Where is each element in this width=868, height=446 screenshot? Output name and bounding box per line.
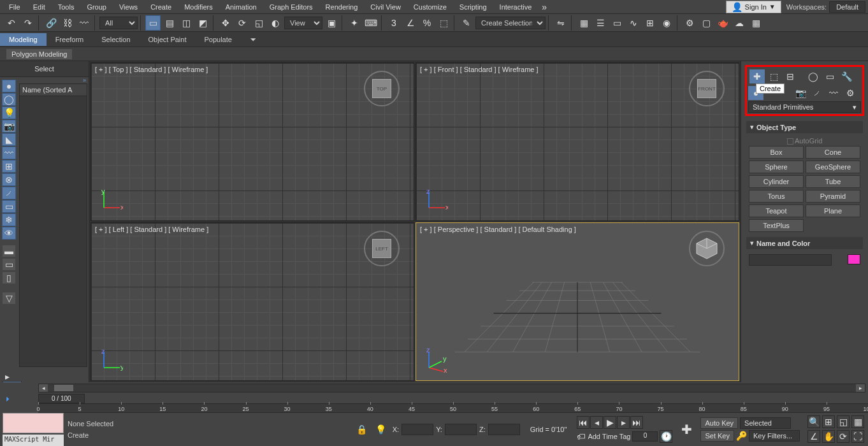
filter-frozen-icon[interactable]: ❄ xyxy=(2,213,16,226)
coord-y-input[interactable] xyxy=(445,424,477,435)
viewport-top[interactable]: [ + ] [ Top ] [ Standard ] [ Wireframe ]… xyxy=(90,62,414,221)
filter-geometry-icon[interactable]: ● xyxy=(2,80,16,92)
angle-snap-button[interactable]: ∠ xyxy=(403,15,418,31)
rollout-name-color-header[interactable]: ▾ Name and Color xyxy=(746,237,863,249)
cat-helpers[interactable]: 〰 xyxy=(826,86,841,100)
tab-hierarchy[interactable]: ⊟ xyxy=(783,69,798,83)
schematic-view-button[interactable]: ⊞ xyxy=(642,15,658,31)
ribbon-tab-object-paint[interactable]: Object Paint xyxy=(140,33,196,46)
menu-scripting[interactable]: Scripting xyxy=(453,1,493,13)
menu-interactive[interactable]: Interactive xyxy=(493,1,539,13)
selection-lock-button[interactable]: 🔒 xyxy=(354,422,370,437)
open-autodesk-button[interactable]: ▦ xyxy=(748,15,763,31)
viewport-front-label[interactable]: [ + ] [ Front ] [ Standard ] [ Wireframe… xyxy=(420,66,539,73)
isolate-selection-button[interactable]: 💡 xyxy=(373,422,389,437)
display-invert-icon[interactable]: ▯ xyxy=(2,271,16,284)
orbit-button[interactable]: ⟳ xyxy=(837,430,850,443)
primitive-pyramid-button[interactable]: Pyramid xyxy=(806,190,860,203)
keyfilters-button[interactable]: Key Filters... xyxy=(749,430,800,442)
scene-explorer-column-name[interactable]: Name (Sorted A xyxy=(20,84,87,96)
rollout-object-type-header[interactable]: ▾ Object Type xyxy=(746,121,863,133)
pivot-button[interactable]: ▣ xyxy=(324,15,339,31)
pan-button[interactable]: ✋ xyxy=(822,430,835,443)
display-none-icon[interactable]: ▭ xyxy=(2,258,16,271)
scroll-thumb[interactable] xyxy=(54,385,73,391)
time-ruler[interactable]: 0510152025303540455055606570758085909510… xyxy=(38,403,868,413)
next-frame-button[interactable]: ▸ xyxy=(617,416,630,429)
selection-filter-dropdown[interactable]: All xyxy=(99,17,138,29)
filter-xrefs-icon[interactable]: ⊗ xyxy=(2,173,16,186)
filter-lights-icon[interactable]: 💡 xyxy=(2,106,16,119)
primitive-cone-button[interactable]: Cone xyxy=(806,146,860,159)
render-online-button[interactable]: ☁ xyxy=(732,15,747,31)
menu-rendering[interactable]: Rendering xyxy=(319,1,365,13)
filter-spacewarps-icon[interactable]: 〰 xyxy=(2,147,16,159)
filter-containers-icon[interactable]: ▭ xyxy=(2,200,16,213)
filter-hidden-icon[interactable]: 👁 xyxy=(2,227,16,240)
percent-snap-button[interactable]: % xyxy=(419,15,435,31)
select-by-name-button[interactable]: ▤ xyxy=(162,15,177,31)
key-icon[interactable]: 🔑 xyxy=(736,431,747,440)
filter-groups-icon[interactable]: ⊞ xyxy=(2,160,16,173)
filter-helpers-icon[interactable]: ◣ xyxy=(2,133,16,146)
tab-display[interactable]: ▭ xyxy=(822,69,837,83)
menu-modifiers[interactable]: Modifiers xyxy=(178,1,219,13)
ribbon-collapse-icon[interactable]: ⏷ xyxy=(241,33,266,46)
menu-overflow-icon[interactable]: » xyxy=(542,3,547,11)
maxscript-mini-listener[interactable]: MAXScript Mir xyxy=(3,435,64,446)
menu-customize[interactable]: Customize xyxy=(407,1,453,13)
scroll-right-icon[interactable]: ▸ xyxy=(856,384,865,392)
menu-animation[interactable]: Animation xyxy=(219,1,263,13)
primitive-tube-button[interactable]: Tube xyxy=(806,175,860,188)
viewport-left-label[interactable]: [ + ] [ Left ] [ Standard ] [ Wireframe … xyxy=(95,226,208,233)
workspaces-dropdown[interactable]: Default xyxy=(829,1,865,13)
ref-coord-dropdown[interactable]: View xyxy=(284,17,322,29)
primitive-teapot-button[interactable]: Teapot xyxy=(749,205,804,217)
bind-spacewarp-button[interactable]: 〰 xyxy=(76,15,92,31)
curve-editor-button[interactable]: ∿ xyxy=(626,15,641,31)
viewport-left[interactable]: [ + ] [ Left ] [ Standard ] [ Wireframe … xyxy=(90,222,414,381)
spinner-snap-button[interactable]: ⬚ xyxy=(436,15,451,31)
keyboard-shortcut-button[interactable]: ⌨ xyxy=(363,15,379,31)
menu-civil-view[interactable]: Civil View xyxy=(364,1,407,13)
autogrid-checkbox[interactable]: AutoGrid xyxy=(749,136,860,146)
scene-explorer-list[interactable]: Name (Sorted A xyxy=(19,83,87,367)
move-button[interactable]: ✥ xyxy=(218,15,233,31)
fov-button[interactable]: ∠ xyxy=(807,430,820,443)
viewport-top-label[interactable]: [ + ] [ Top ] [ Standard ] [ Wireframe ] xyxy=(95,66,208,73)
named-selection-dropdown[interactable]: Create Selection Se xyxy=(475,17,546,29)
menu-tools[interactable]: Tools xyxy=(52,1,81,13)
render-button[interactable]: 🫖 xyxy=(715,15,730,31)
keymode-dropdown[interactable]: Selected xyxy=(740,417,791,429)
ribbon-tab-freeform[interactable]: Freeform xyxy=(47,33,93,46)
maxscript-listener[interactable] xyxy=(3,413,64,433)
add-time-tag-button[interactable]: Add Time Tag xyxy=(588,433,630,440)
coord-z-input[interactable] xyxy=(488,424,520,435)
viewcube-left[interactable]: LEFT xyxy=(363,229,401,268)
viewcube-front[interactable]: FRONT xyxy=(688,69,726,108)
ribbon-sub-polygon-modeling[interactable]: Polygon Modeling xyxy=(6,49,72,59)
snap-toggle-button[interactable]: 3 xyxy=(386,15,401,31)
primitive-textplus-button[interactable]: TextPlus xyxy=(749,219,804,232)
play-button[interactable]: ▶ xyxy=(604,416,616,429)
ribbon-tab-selection[interactable]: Selection xyxy=(92,33,139,46)
align-button[interactable]: ▦ xyxy=(576,15,591,31)
scale-button[interactable]: ◱ xyxy=(251,15,266,31)
object-name-input[interactable] xyxy=(749,254,832,266)
primitive-cylinder-button[interactable]: Cylinder xyxy=(749,175,804,188)
viewport-persp-label[interactable]: [ + ] [ Perspective ] [ Standard ] [ Def… xyxy=(420,226,576,233)
prev-frame-button[interactable]: ◂ xyxy=(590,416,603,429)
cat-systems[interactable]: ⚙ xyxy=(843,86,858,100)
manipulate-button[interactable]: ✦ xyxy=(347,15,362,31)
display-all-icon[interactable]: ▬ xyxy=(2,245,16,257)
cat-lights[interactable]: ⟋ xyxy=(809,86,825,100)
ribbon-tab-populate[interactable]: Populate xyxy=(195,33,240,46)
unlink-button[interactable]: ⛓ xyxy=(60,15,75,31)
cat-shapes[interactable]: 📷 xyxy=(793,86,808,100)
tab-create[interactable]: ✚ xyxy=(749,69,765,83)
object-color-swatch[interactable] xyxy=(848,254,860,264)
menu-file[interactable]: File xyxy=(3,1,27,13)
time-config-button[interactable]: 🕐 xyxy=(660,430,672,443)
set-key-large-button[interactable]: ✚ xyxy=(676,417,697,442)
ribbon-tab-modeling[interactable]: Modeling xyxy=(0,33,47,46)
